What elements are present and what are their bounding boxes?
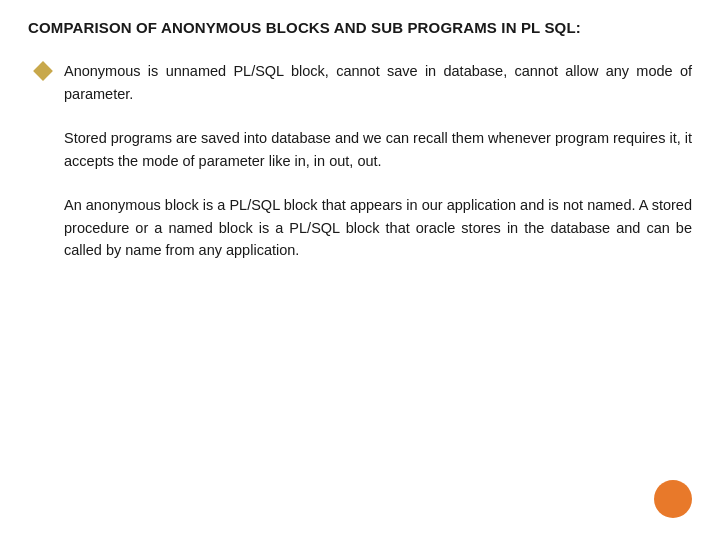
orange-circle-icon (654, 480, 692, 518)
page-container: COMPARISON OF ANONYMOUS BLOCKS AND SUB P… (0, 0, 720, 540)
paragraph2-text: An anonymous block is a PL/SQL block tha… (64, 194, 692, 261)
page-title: COMPARISON OF ANONYMOUS BLOCKS AND SUB P… (28, 18, 692, 38)
paragraph2-section: An anonymous block is a PL/SQL block tha… (28, 194, 692, 261)
bullet-section: Anonymous is unnamed PL/SQL block, canno… (28, 60, 692, 105)
bullet-text: Anonymous is unnamed PL/SQL block, canno… (64, 60, 692, 105)
bullet-diamond-icon (33, 61, 53, 81)
paragraph1-text: Stored programs are saved into database … (64, 127, 692, 172)
paragraph1-section: Stored programs are saved into database … (28, 127, 692, 172)
